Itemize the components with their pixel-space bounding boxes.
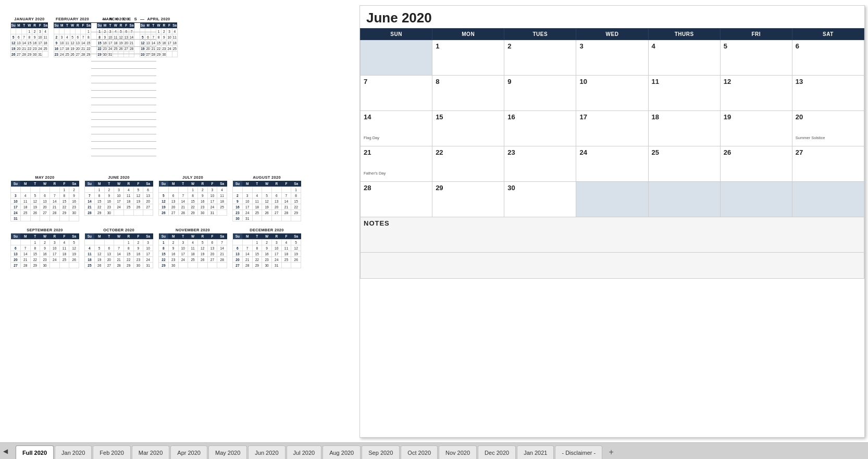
calendar-cell[interactable]: 5 [720, 40, 792, 76]
tab-full-2020[interactable]: Full 2020 [16, 445, 54, 459]
calendar-cell[interactable]: 28 [361, 182, 432, 217]
mini-cal: SEPTEMBER 2020SuMTWRFSa12345678910111213… [10, 228, 79, 268]
calendar-cell[interactable]: 15 [432, 111, 504, 146]
tab-mar-2020[interactable]: Mar 2020 [132, 445, 169, 459]
calendar-cell[interactable]: 12 [720, 76, 792, 111]
calendar-cell[interactable]: 17 [576, 111, 648, 146]
calendar-cell[interactable]: 4 [648, 40, 720, 76]
nav-prev[interactable]: ◀ [0, 445, 10, 457]
calendar-cell[interactable]: 22 [432, 146, 504, 182]
calendar-cell[interactable]: 25 [648, 146, 720, 182]
calendar-cell[interactable]: 20Summer Solstice [792, 111, 864, 146]
calendar-cell[interactable]: 13 [792, 76, 864, 111]
calendar-cell[interactable]: 18 [648, 111, 720, 146]
calendar-cell[interactable]: 2 [504, 40, 576, 76]
tab-apr-2020[interactable]: Apr 2020 [170, 445, 207, 459]
notes-column: — N O T E S — [91, 17, 156, 156]
mini-cal: AUGUST 2020SuMTWRFSa12345678910111213141… [232, 175, 301, 221]
mini-cal: MAY 2020SuMTWRFSa12345678910111213141516… [10, 175, 79, 221]
tab-may-2020[interactable]: May 2020 [208, 445, 247, 459]
mini-cal: JULY 2020SuMTWRFSa1234567891011121314151… [158, 175, 227, 221]
tab-nov-2020[interactable]: Nov 2020 [439, 445, 477, 459]
tab---disclaimer--[interactable]: - Disclaimer - [555, 445, 602, 459]
tab-oct-2020[interactable]: Oct 2020 [401, 445, 438, 459]
tab-aug-2020[interactable]: Aug 2020 [323, 445, 361, 459]
calendar-cell[interactable] [720, 182, 792, 217]
add-tab-button[interactable]: + [605, 446, 617, 458]
tab-jun-2020[interactable]: Jun 2020 [248, 445, 285, 459]
calendar-cell[interactable]: 10 [576, 76, 648, 111]
mini-cal: OCTOBER 2020SuMTWRFSa1234567891011121314… [84, 228, 153, 268]
mini-cal: JANUARY 2020SuMTWRFSa1234567891011121314… [10, 17, 48, 156]
calendar-cell[interactable]: 3 [576, 40, 648, 76]
mini-cal: NOVEMBER 2020SuMTWRFSa123456789101112131… [158, 228, 227, 268]
mini-cal: DECEMBER 2020SuMTWRFSa123456789101112131… [232, 228, 301, 268]
tab-dec-2020[interactable]: Dec 2020 [478, 445, 516, 459]
calendar-cell[interactable]: 23 [504, 146, 576, 182]
calendar-cell[interactable]: 6 [792, 40, 864, 76]
calendar-cell[interactable]: 7 [361, 76, 432, 111]
calendar-cell[interactable]: 29 [432, 182, 504, 217]
calendar-cell[interactable]: 26 [720, 146, 792, 182]
calendar-cell[interactable]: 24 [576, 146, 648, 182]
tabs-container: Full 2020Jan 2020Feb 2020Mar 2020Apr 202… [16, 445, 602, 459]
june-title: June 2020 [360, 6, 864, 28]
calendar-cell[interactable]: 9 [504, 76, 576, 111]
tab-jan-2021[interactable]: Jan 2021 [517, 445, 554, 459]
tab-jul-2020[interactable]: Jul 2020 [287, 445, 322, 459]
calendar-cell[interactable]: 14Flag Day [361, 111, 432, 146]
june-notes: NOTES [361, 217, 864, 253]
mini-cal-row-1: JANUARY 2020SuMTWRFSa1234567891011121314… [10, 17, 81, 156]
mini-cal: FEBRUARY 2020SuMTWRFSa123456789101112131… [54, 17, 92, 156]
calendar-cell[interactable]: 8 [432, 76, 504, 111]
calendar-cell[interactable]: 16 [504, 111, 576, 146]
june-month-table: SUNMONTUESWEDTHURSFRISAT1234567891011121… [360, 28, 864, 279]
calendar-cell[interactable] [576, 182, 648, 217]
calendar-cell[interactable]: 1 [432, 40, 504, 76]
tab-sep-2020[interactable]: Sep 2020 [362, 445, 400, 459]
calendar-cell[interactable]: 11 [648, 76, 720, 111]
june-2020-calendar: June 2020SUNMONTUESWEDTHURSFRISAT1234567… [359, 5, 865, 438]
calendar-cell[interactable]: 19 [720, 111, 792, 146]
annual-calendar-grid: JANUARY 2020SuMTWRFSa1234567891011121314… [10, 17, 365, 169]
calendar-cell[interactable] [648, 182, 720, 217]
calendar-cell[interactable] [361, 40, 432, 76]
tab-feb-2020[interactable]: Feb 2020 [93, 445, 130, 459]
calendar-cell[interactable]: 27 [792, 146, 864, 182]
calendar-cell[interactable]: 30 [504, 182, 576, 217]
tab-bar: ◀ Full 2020Jan 2020Feb 2020Mar 2020Apr 2… [0, 442, 868, 459]
tab-jan-2020[interactable]: Jan 2020 [55, 445, 92, 459]
calendar-cell[interactable] [792, 182, 864, 217]
stacked-calendars-area: January 2020February 2020March 2020April… [359, 5, 868, 442]
calendar-cell[interactable]: 21Father's Day [361, 146, 432, 182]
mini-cal: JUNE 2020SuMTWRFSa1234567891011121314151… [84, 175, 153, 221]
